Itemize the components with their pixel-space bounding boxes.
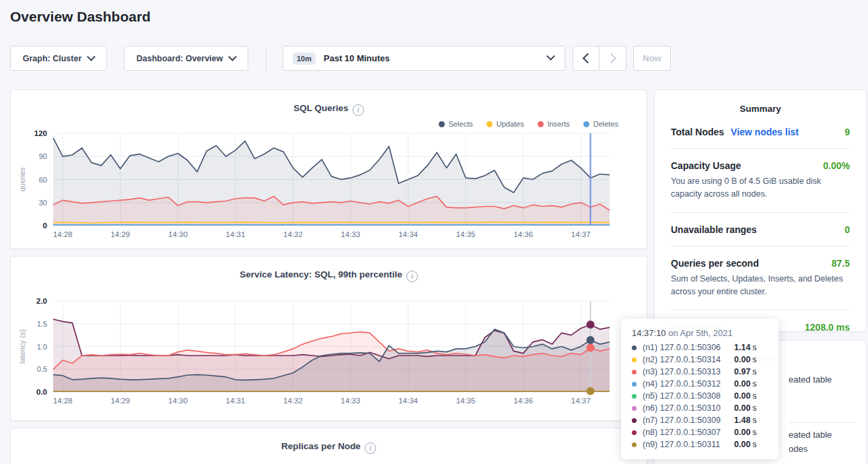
tooltip-row: (n3) 127.0.0.1:503130.97s [632,366,768,378]
tooltip-node-label: (n2) 127.0.0.1:50314 [643,355,734,364]
tooltip-unit: s [752,367,756,376]
chevron-left-icon [582,53,593,64]
svg-text:14:30: 14:30 [168,397,188,405]
tooltip-node-label: (n6) 127.0.0.1:50310 [643,403,734,413]
tooltip-unit: s [752,391,756,401]
service-latency-chart[interactable]: 0.00.51.01.52.014:2814:2914:3014:3114:32… [11,257,647,420]
svg-text:14:28: 14:28 [53,230,73,238]
tooltip-timestamp: 14:37:10 on Apr 5th, 2021 [632,328,768,338]
unavailable-ranges-row: Unavailable ranges 0 [671,213,850,235]
tooltip-unit: s [752,379,756,389]
p99-latency-value: 1208.0 ms [805,322,850,333]
svg-text:14:31: 14:31 [226,230,246,238]
svg-text:14:32: 14:32 [283,230,303,238]
time-range-badge: 10m [293,53,316,65]
tooltip-row: (n6) 127.0.0.1:503100.00s [632,402,768,414]
series-color-dot [632,358,637,362]
replicas-per-node-title: Replicas per Nodei [11,441,647,454]
controls-divider [266,46,266,71]
series-color-dot [632,345,637,350]
series-color-dot [632,406,637,411]
tooltip-time: 14:37:10 [632,328,666,338]
svg-text:14:37: 14:37 [571,230,591,238]
view-nodes-list-link[interactable]: View nodes list [731,127,799,137]
controls-bar: Graph: Cluster Dashboard: Overview 10m P… [0,46,868,71]
chevron-right-icon [606,53,617,64]
tooltip-unit: s [752,355,756,364]
time-prev-button[interactable] [573,46,600,71]
tooltip-value: 0.00 [734,428,750,437]
queries-per-second-subtext: Sum of Selects, Updates, Inserts, and De… [671,269,850,299]
events-divider [789,422,856,423]
queries-per-second-row: Queries per second 87.5 [671,246,850,269]
tooltip-row: (n2) 127.0.0.1:503140.00s [632,354,768,366]
tooltip-value: 0.00 [734,403,750,413]
series-color-dot [632,442,637,447]
tooltip-node-label: (n1) 127.0.0.1:50306 [643,343,734,352]
svg-text:latency (s): latency (s) [18,329,26,364]
svg-text:30: 30 [39,199,47,207]
svg-text:14:36: 14:36 [513,397,533,405]
series-color-dot [632,418,637,423]
tooltip-node-label: (n8) 127.0.0.1:50307 [643,428,734,437]
svg-text:0.0: 0.0 [36,388,47,396]
dashboard-dropdown[interactable]: Dashboard: Overview [124,46,248,71]
svg-text:14:36: 14:36 [513,230,533,238]
sql-queries-chart[interactable]: 030609012014:2814:2914:3014:3114:3214:33… [11,90,647,248]
tooltip-row: (n1) 127.0.0.1:503061.14s [632,341,768,354]
svg-text:14:31: 14:31 [226,397,246,405]
svg-text:0: 0 [43,222,47,230]
series-color-dot [632,370,637,374]
series-color-dot [632,394,637,399]
replicas-per-node-card: Replicas per Nodei [10,428,647,464]
tooltip-date: on Apr 5th, 2021 [666,328,733,338]
total-nodes-value: 9 [844,127,850,137]
total-nodes-row: Total Nodes View nodes list 9 [671,115,850,137]
svg-text:14:28: 14:28 [53,397,73,405]
chevron-down-icon [87,53,96,61]
svg-text:60: 60 [39,176,47,184]
svg-text:14:37: 14:37 [571,397,591,405]
svg-text:14:29: 14:29 [110,230,130,238]
tooltip-node-label: (n7) 127.0.0.1:50309 [643,416,734,425]
summary-title: Summary [655,104,866,114]
chevron-down-icon [228,53,237,61]
svg-text:14:34: 14:34 [398,397,418,405]
svg-text:14:33: 14:33 [341,397,361,405]
tooltip-value: 0.00 [734,355,750,364]
svg-text:queries: queries [18,167,26,192]
chevron-down-icon [546,52,555,61]
tooltip-unit: s [752,416,756,425]
time-nav-group [573,46,626,71]
tooltip-row: (n4) 127.0.0.1:503120.00s [632,378,768,390]
tooltip-row: (n9) 127.0.0.1:503110.00s [632,438,768,451]
tooltip-unit: s [752,440,756,449]
series-color-dot [632,382,637,387]
series-color-dot [632,430,637,435]
service-latency-card: Service Latency: SQL, 99th percentilei 0… [10,256,647,421]
svg-text:14:35: 14:35 [456,230,476,238]
svg-text:0.5: 0.5 [37,365,47,373]
tooltip-node-label: (n9) 127.0.0.1:50311 [643,440,734,449]
svg-text:1.0: 1.0 [37,343,47,351]
sql-queries-card: SQL Queriesi SelectsUpdatesInsertsDelete… [10,90,647,249]
svg-text:14:30: 14:30 [168,230,188,238]
replicas-per-node-title-text: Replicas per Node [281,441,361,451]
info-icon[interactable]: i [365,442,376,454]
now-button[interactable]: Now [633,46,671,71]
tooltip-value: 0.00 [734,391,750,401]
tooltip-value: 1.14 [734,343,750,352]
tooltip-row: (n5) 127.0.0.1:503080.00s [632,390,768,402]
svg-text:1.5: 1.5 [37,320,47,328]
chart-hover-tooltip: 14:37:10 on Apr 5th, 2021 (n1) 127.0.0.1… [621,319,779,459]
time-next-button[interactable] [600,46,626,71]
tooltip-node-label: (n4) 127.0.0.1:50312 [643,379,734,389]
svg-text:2.0: 2.0 [36,297,47,305]
tooltip-value: 1.48 [734,416,750,425]
time-range-dropdown[interactable]: 10m Past 10 Minutes [283,46,565,71]
capacity-usage-row: Capacity Usage 0.00% [671,149,850,171]
graph-dropdown[interactable]: Graph: Cluster [10,46,107,71]
total-nodes-label: Total Nodes [671,127,724,137]
tooltip-value: 0.00 [734,379,750,389]
svg-text:14:34: 14:34 [398,230,418,238]
